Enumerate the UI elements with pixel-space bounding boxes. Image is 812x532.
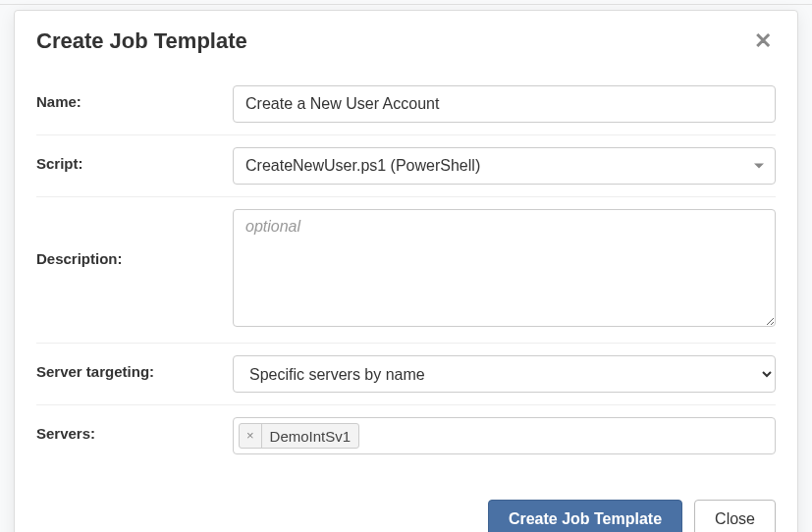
label-description: Description: [36,209,233,267]
remove-tag-icon[interactable]: × [240,424,262,448]
modal-title: Create Job Template [36,28,247,54]
create-job-template-modal: Create Job Template ✕ Name: Script: Crea… [14,10,798,532]
caret-down-icon [754,164,764,169]
row-server-targeting: Server targeting: Specific servers by na… [36,343,776,404]
modal-header: Create Job Template ✕ [15,11,797,68]
label-name: Name: [36,85,233,110]
modal-footer: Create Job Template Close [15,486,797,532]
servers-tag-input[interactable]: × DemoIntSv1 [233,417,776,454]
description-textarea[interactable] [233,209,776,327]
script-select[interactable]: CreateNewUser.ps1 (PowerShell) [233,147,776,185]
label-script: Script: [36,147,233,172]
label-server-targeting: Server targeting: [36,355,233,380]
row-description: Description: [36,196,776,343]
row-name: Name: [36,74,776,134]
label-servers: Servers: [36,417,233,442]
server-tag: × DemoIntSv1 [239,423,359,449]
server-targeting-select[interactable]: Specific servers by name [233,355,776,393]
row-script: Script: CreateNewUser.ps1 (PowerShell) [36,134,776,196]
server-tag-label: DemoIntSv1 [262,425,359,448]
row-servers: Servers: × DemoIntSv1 [36,404,776,466]
modal-body: Name: Script: CreateNewUser.ps1 (PowerSh… [15,68,797,486]
create-job-template-button[interactable]: Create Job Template [488,500,682,532]
close-icon[interactable]: ✕ [750,28,776,54]
close-button[interactable]: Close [694,500,776,532]
name-input[interactable] [233,85,776,123]
script-selected-value: CreateNewUser.ps1 (PowerShell) [245,157,480,175]
